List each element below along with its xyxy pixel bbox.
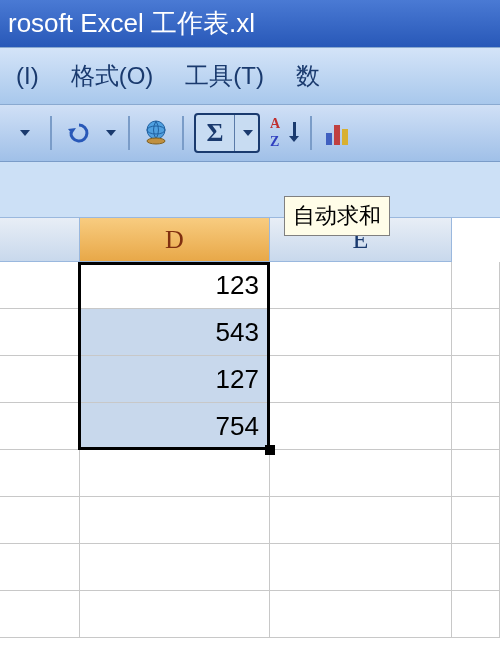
svg-rect-5 [342,129,348,145]
formula-bar-area [0,162,500,218]
autosum-button[interactable]: Σ [196,115,234,151]
cell-d1[interactable]: 123 [80,262,270,309]
cell-d2[interactable]: 543 [80,309,270,356]
cell[interactable] [452,262,500,309]
cell[interactable] [0,450,80,497]
toolbar: Σ AZ [0,105,500,162]
autosum-tooltip: 自动求和 [284,196,390,236]
title-bar: rosoft Excel 工作表.xl [0,0,500,47]
cell[interactable] [452,544,500,591]
toolbar-dropdown-1[interactable] [6,113,42,153]
cell[interactable] [80,497,270,544]
svg-point-2 [147,138,165,144]
svg-point-0 [147,121,165,139]
spreadsheet-grid[interactable]: 自动求和 D E 123 543 127 7 [0,218,500,638]
cell[interactable] [80,450,270,497]
fill-handle[interactable] [265,445,275,455]
cell[interactable] [0,544,80,591]
cell[interactable] [0,591,80,638]
cell[interactable] [0,309,80,356]
separator [310,116,312,150]
cell[interactable] [270,356,452,403]
column-header-d[interactable]: D [80,218,270,262]
undo-dropdown[interactable] [100,113,120,153]
chevron-down-icon [106,130,116,136]
cell[interactable] [452,403,500,450]
chevron-down-icon [20,130,30,136]
cell[interactable] [452,309,500,356]
cell[interactable] [270,450,452,497]
cell[interactable] [452,497,500,544]
hyperlink-button[interactable] [138,113,174,153]
cell[interactable] [0,356,80,403]
menu-tools[interactable]: 工具(T) [175,56,274,96]
cell[interactable] [0,403,80,450]
autosum-button-group: Σ [194,113,260,153]
window-title: rosoft Excel 工作表.xl [8,8,255,38]
menu-format[interactable]: 格式(O) [61,56,164,96]
menu-bar: (I) 格式(O) 工具(T) 数 [0,47,500,105]
cell-d4[interactable]: 754 [80,403,270,450]
cell-d3[interactable]: 127 [80,356,270,403]
cell[interactable] [270,403,452,450]
cell[interactable] [0,262,80,309]
cell[interactable] [452,450,500,497]
sort-asc-icon: AZ [270,118,298,148]
cell[interactable] [80,544,270,591]
menu-data[interactable]: 数 [286,56,330,96]
cell[interactable] [452,356,500,403]
sort-asc-button[interactable]: AZ [266,113,302,153]
cell[interactable] [452,591,500,638]
cell[interactable] [0,497,80,544]
separator [182,116,184,150]
separator [128,116,130,150]
cell[interactable] [270,497,452,544]
cell[interactable] [270,309,452,356]
cell[interactable] [270,591,452,638]
autosum-dropdown[interactable] [234,115,258,151]
svg-rect-3 [326,133,332,145]
undo-button[interactable] [60,113,96,153]
cell[interactable] [270,262,452,309]
cell[interactable] [80,591,270,638]
cell[interactable] [270,544,452,591]
svg-rect-4 [334,125,340,145]
menu-insert[interactable]: (I) [6,58,49,94]
sigma-icon: Σ [207,118,224,148]
chevron-down-icon [243,130,253,136]
chart-button[interactable] [320,113,356,153]
separator [50,116,52,150]
column-header-blank[interactable] [0,218,80,262]
